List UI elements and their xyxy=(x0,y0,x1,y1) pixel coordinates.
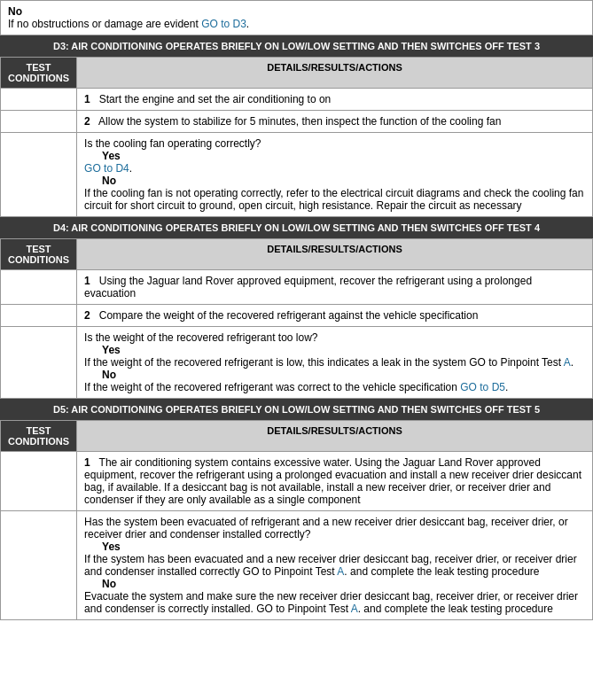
d5-col-right: DETAILS/RESULTS/ACTIONS xyxy=(77,421,593,452)
d4-col-left: TEST CONDITIONS xyxy=(1,239,77,270)
d5-row1: 1 The air conditioning system contains e… xyxy=(1,452,593,511)
d3-q1: Is the cooling fan operating correctly? xyxy=(84,137,585,150)
d4-row2: 2 Compare the weight of the recovered re… xyxy=(1,305,593,327)
d3-col-headers: TESTCONDITIONS DETAILS/RESULTS/ACTIONS xyxy=(1,58,593,89)
d4-q1-yes-pre: If the weight of the recovered refrigera… xyxy=(84,356,564,369)
d3-row2-text: Allow the system to stabilize for 5 minu… xyxy=(98,115,501,128)
d5-q1: Has the system been evacuated of refrige… xyxy=(84,516,585,541)
d3-header: D3: AIR CONDITIONING OPERATES BRIEFLY ON… xyxy=(0,35,593,57)
d5-q1-no: No xyxy=(102,578,116,590)
d5-col-left: TESTCONDITIONS xyxy=(1,421,77,452)
d3-q1-no: No xyxy=(102,175,116,187)
d3-q1-yes: Yes xyxy=(102,150,121,162)
d5-section: D5: AIR CONDITIONING OPERATES BRIEFLY ON… xyxy=(0,399,593,620)
d5-col-headers: TESTCONDITIONS DETAILS/RESULTS/ACTIONS xyxy=(1,421,593,452)
d4-row1: 1 Using the Jaguar land Rover approved e… xyxy=(1,270,593,305)
intro-row: No If no obstructions or damage are evid… xyxy=(1,1,593,35)
d3-row1-text: Start the engine and set the air conditi… xyxy=(99,93,332,105)
d4-col-right: DETAILS/RESULTS/ACTIONS xyxy=(77,239,593,270)
d4-q1-no-pre: If the weight of the recovered refrigera… xyxy=(84,381,460,393)
intro-go-d3-link[interactable]: GO to D3 xyxy=(201,18,246,30)
d3-q1-no-text: If the cooling fan is not operating corr… xyxy=(84,187,585,212)
d3-col-left: TESTCONDITIONS xyxy=(1,58,77,89)
d4-q1: Is the weight of the recovered refrigera… xyxy=(84,331,585,344)
d5-q1-yes: Yes xyxy=(102,541,121,553)
d5-row1-num: 1 xyxy=(84,456,90,469)
d3-row2: 2 Allow the system to stabilize for 5 mi… xyxy=(1,111,593,133)
d3-section: D3: AIR CONDITIONING OPERATES BRIEFLY ON… xyxy=(0,35,593,217)
d4-row2-text: Compare the weight of the recovered refr… xyxy=(99,309,479,322)
d5-question-row: Has the system been evacuated of refrige… xyxy=(1,511,593,620)
d3-row1: 1 Start the engine and set the air condi… xyxy=(1,89,593,111)
d4-go-d5-link[interactable]: GO to D5 xyxy=(460,381,505,393)
d4-header: D4: AIR CONDITIONING OPERATES BRIEFLY ON… xyxy=(0,217,593,238)
d4-row1-text: Using the Jaguar land Rover approved equ… xyxy=(84,275,532,299)
d3-row2-num: 2 xyxy=(84,115,90,128)
d4-row1-num: 1 xyxy=(84,275,90,287)
d3-col-right: DETAILS/RESULTS/ACTIONS xyxy=(77,58,593,89)
d5-row1-text: The air conditioning system contains exc… xyxy=(84,456,581,506)
d4-row2-num: 2 xyxy=(84,309,90,322)
d5-header: D5: AIR CONDITIONING OPERATES BRIEFLY ON… xyxy=(0,399,593,420)
d4-question-row: Is the weight of the recovered refrigera… xyxy=(1,327,593,399)
d4-col-headers: TEST CONDITIONS DETAILS/RESULTS/ACTIONS xyxy=(1,239,593,270)
d3-go-d4-link[interactable]: GO to D4 xyxy=(84,162,129,175)
d4-q1-yes: Yes xyxy=(102,344,121,356)
d4-q1-no: No xyxy=(102,369,116,381)
d5-no-link-a[interactable]: A xyxy=(351,603,358,615)
d3-row1-num: 1 xyxy=(84,93,90,105)
intro-no-label: No xyxy=(8,5,585,18)
d4-section: D4: AIR CONDITIONING OPERATES BRIEFLY ON… xyxy=(0,217,593,399)
intro-no-text: If no obstructions or damage are evident xyxy=(8,18,201,30)
d4-yes-link-a[interactable]: A xyxy=(564,356,571,369)
d3-question-row: Is the cooling fan operating correctly? … xyxy=(1,133,593,217)
